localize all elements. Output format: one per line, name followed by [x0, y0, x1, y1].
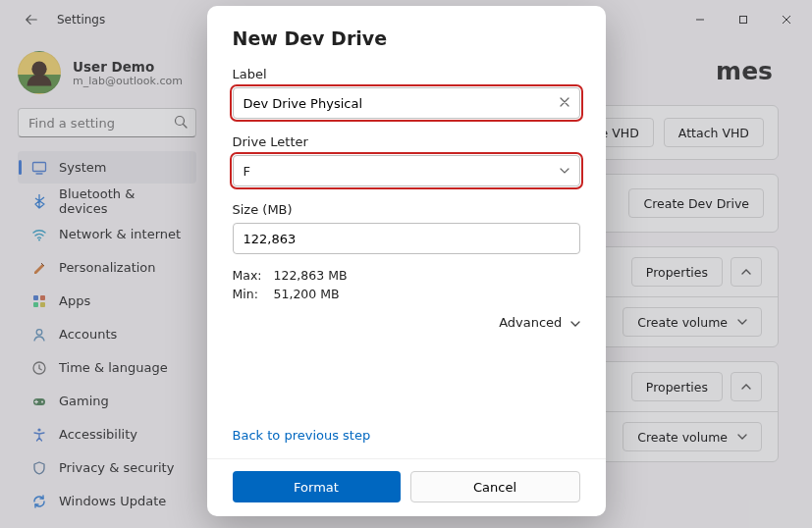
label-field-label: Label: [233, 67, 580, 81]
max-value: 122,863 MB: [274, 268, 580, 283]
drive-letter-label: Drive Letter: [233, 134, 580, 149]
new-dev-drive-dialog: New Dev Drive Label Drive Letter F Size …: [207, 6, 606, 516]
size-input[interactable]: [233, 223, 580, 254]
chevron-down-icon: [570, 319, 580, 329]
label-input[interactable]: [233, 87, 580, 119]
format-button[interactable]: Format: [233, 471, 401, 502]
chevron-down-icon: [560, 166, 569, 176]
min-label: Min:: [233, 287, 274, 301]
max-label: Max:: [233, 268, 274, 283]
size-limits: Max: 122,863 MB Min: 51,200 MB: [233, 268, 580, 301]
size-label: Size (MB): [233, 202, 580, 217]
min-value: 51,200 MB: [274, 287, 580, 301]
dialog-title: New Dev Drive: [233, 27, 580, 49]
close-icon: [559, 96, 570, 108]
advanced-toggle[interactable]: Advanced: [233, 315, 580, 330]
drive-letter-select[interactable]: F: [233, 155, 580, 186]
dialog-footer: Format Cancel: [207, 458, 606, 502]
clear-label-button[interactable]: [557, 94, 572, 113]
drive-letter-value: F: [244, 164, 250, 179]
cancel-button[interactable]: Cancel: [410, 471, 580, 502]
back-to-previous-step-link[interactable]: Back to previous step: [233, 428, 580, 443]
